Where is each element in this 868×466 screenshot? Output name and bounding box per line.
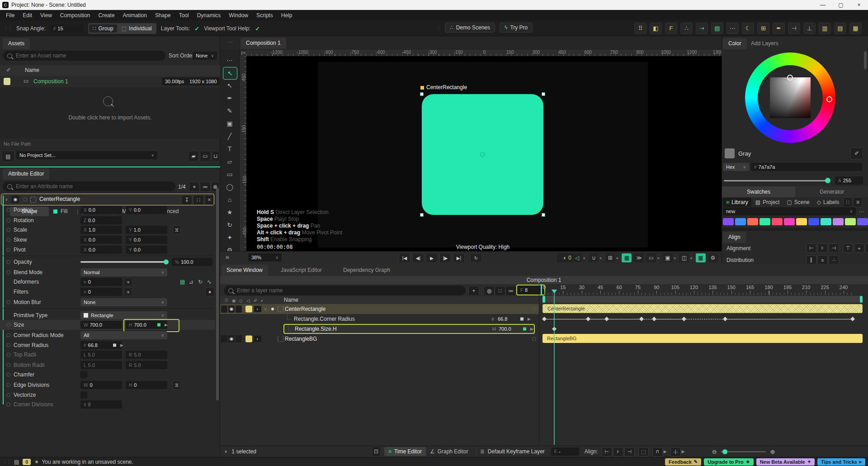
console-icon[interactable]: ▤	[14, 459, 19, 465]
selected-layer-header[interactable]: ∨ ◉ CenterRectangle ↧ ∷ ×	[1, 194, 214, 205]
columns-c-icon[interactable]: ▦	[849, 23, 862, 34]
menu-item-scripts[interactable]: Scripts	[252, 11, 277, 19]
keyframe-toggle[interactable]	[6, 403, 10, 407]
size-w-field[interactable]: W700.0	[80, 321, 122, 329]
menu-item-shape[interactable]: Shape	[151, 11, 175, 19]
play-button[interactable]: ▶	[426, 253, 438, 263]
onion-skin-button[interactable]: ◍	[484, 286, 495, 296]
expand-tools-icon[interactable]: »	[226, 253, 229, 261]
timeline-bar-center-rectangle[interactable]: CenterRectangle	[542, 304, 863, 313]
panel-divider-accent[interactable]	[0, 166, 220, 167]
filters-field[interactable]: ≡0	[80, 288, 122, 296]
link-icon[interactable]: ⧖	[173, 225, 181, 234]
magnet-icon[interactable]: ∪	[589, 253, 599, 262]
node-add-button[interactable]: ∷	[193, 195, 204, 205]
keyframe-diamond[interactable]	[639, 317, 644, 321]
keyframe-toggle[interactable]	[6, 271, 10, 275]
step-forward-button[interactable]: |▶	[439, 253, 451, 263]
timeline-range-bar[interactable]	[542, 296, 863, 303]
timeline-bar-rectangle-bg[interactable]: RectangleBG	[542, 334, 863, 343]
menu-item-tool[interactable]: Tool	[175, 11, 193, 19]
layer-row-center-rectangle[interactable]: ◉ ◐ ∨ CenterRectangle	[220, 304, 539, 314]
keyframe-diamond[interactable]	[604, 317, 609, 321]
swatch-11[interactable]	[857, 218, 868, 225]
attribute-name[interactable]: Rectangle.Corner Radius	[294, 316, 355, 322]
layer-name[interactable]: RectangleBG	[285, 336, 317, 342]
ellipse-tool[interactable]: ◯	[223, 181, 236, 193]
link-icon[interactable]: ⧖	[173, 380, 181, 390]
scale-x-field[interactable]: X1.0	[80, 226, 122, 234]
corner-radius-mode-dropdown[interactable]: All∨	[80, 331, 167, 339]
cube-icon[interactable]: ◧	[650, 23, 662, 34]
star-tool[interactable]: ★	[223, 206, 236, 218]
snap-magnet-button[interactable]: ∪	[652, 447, 663, 456]
visibility-eye-icon[interactable]: ◉	[11, 195, 19, 203]
alpha-slider-knob[interactable]	[825, 178, 830, 183]
keyframe-toggle[interactable]	[6, 373, 10, 377]
trash-button[interactable]: ⊔	[212, 151, 220, 162]
loop-icon[interactable]: ↻	[198, 279, 203, 285]
keyframe-diamond[interactable]	[850, 317, 855, 321]
keyframe-diamond[interactable]	[682, 317, 686, 321]
close-attributes-button[interactable]: ×	[205, 195, 214, 205]
close-button[interactable]: ×	[850, 0, 868, 10]
menu-item-composition[interactable]: Composition	[56, 11, 94, 19]
swatch-7[interactable]	[808, 218, 819, 225]
keyframe-toggle[interactable]	[6, 323, 10, 327]
layer-row-rectangle-bg[interactable]: ◉ ◐ RectangleBG	[220, 334, 539, 344]
columns-b-icon[interactable]: ▤	[834, 23, 846, 34]
scatter-dots-icon[interactable]: ∴	[680, 23, 693, 34]
viewport-dots-icon[interactable]: ⋯	[220, 39, 240, 45]
selection-handle[interactable]	[420, 92, 424, 96]
filter-dot-icon[interactable]: ●	[205, 287, 214, 296]
keyframe-toggle[interactable]	[6, 383, 10, 387]
columns-a-icon[interactable]: ▥	[819, 23, 831, 34]
viewport-canvas[interactable]: CenterRectangle Hold S Direct Layer Sele…	[246, 56, 722, 251]
selection-handle[interactable]	[542, 213, 545, 217]
source-scene-button[interactable]: ▢Scene	[783, 198, 812, 207]
deformers-field[interactable]: ≡0	[80, 278, 122, 286]
swatch-6[interactable]	[796, 218, 807, 225]
rotation-z-field[interactable]: Z0.0	[80, 216, 122, 224]
pin-button[interactable]: ↧	[181, 195, 192, 205]
keyframe-diamond[interactable]	[723, 317, 727, 321]
camera-chip[interactable]: ◐	[254, 306, 261, 312]
text-tool[interactable]: T	[223, 143, 236, 155]
asset-row-composition[interactable]: ▭ Composition 1 30.00fps 1920 x 1080	[0, 76, 220, 87]
render-cell[interactable]	[236, 335, 242, 342]
keyframe-diamond-icon[interactable]	[523, 328, 526, 331]
picker-column-icon[interactable]: ✐	[254, 298, 257, 303]
visibility-column-icon[interactable]: ◉	[232, 298, 236, 303]
bottom-radii-r-field[interactable]: R5.0	[126, 361, 167, 369]
fast-forward-icon[interactable]: ≫	[634, 253, 644, 262]
wave-icon[interactable]: ∿	[207, 279, 212, 285]
camera-column-icon[interactable]: ◐	[261, 298, 264, 303]
layer-search-input[interactable]	[236, 287, 461, 294]
expand-chevron-icon[interactable]: ∨	[264, 307, 267, 311]
keyframe-toggle[interactable]	[532, 307, 536, 311]
vectorize-checkbox[interactable]	[80, 392, 87, 399]
attribute-search[interactable]	[3, 181, 175, 191]
minimize-button[interactable]: —	[814, 0, 832, 10]
render-cell[interactable]	[236, 305, 242, 313]
swatch-1[interactable]	[735, 218, 746, 225]
attribute-value[interactable]: 700.0	[499, 326, 511, 332]
distribute-v-button[interactable]: ≡	[817, 255, 828, 265]
keyframe-diamond[interactable]	[542, 317, 547, 321]
top-radii-r-field[interactable]: R5.0	[126, 351, 167, 359]
tab-color[interactable]: Color	[723, 38, 747, 49]
align-right-button[interactable]: ⊣	[829, 243, 839, 253]
primitive-type-dropdown[interactable]: Rectangle ∨	[80, 311, 167, 319]
fit-frame-button[interactable]: ⬚	[638, 447, 649, 456]
dashed-arrow-icon[interactable]: ⇢	[696, 23, 708, 34]
menu-item-file[interactable]: File	[2, 11, 19, 19]
try-pro-button[interactable]: ϟ Try Pro	[500, 23, 533, 33]
snap-angle-field[interactable]: # 15	[50, 24, 84, 33]
alpha-slider[interactable]	[724, 180, 829, 181]
color-scrollbar[interactable]	[864, 51, 867, 69]
corner-radius-track[interactable]	[544, 314, 863, 324]
hex-field[interactable]: #7a7a7a	[751, 163, 862, 171]
align-top-button[interactable]: ⊤	[843, 243, 853, 253]
grid-dots-icon[interactable]: ⠿	[634, 23, 646, 34]
layer-color-chip[interactable]	[245, 336, 252, 342]
